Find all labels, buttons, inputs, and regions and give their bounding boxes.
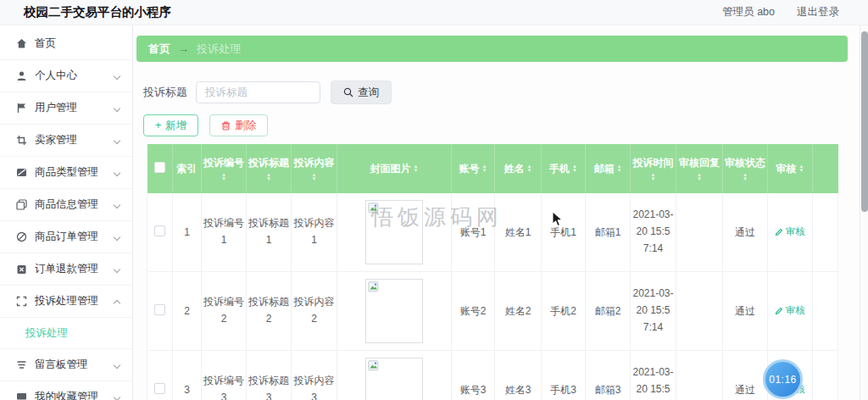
sidebar-item-label: 个人中心 — [35, 69, 114, 83]
sidebar-item-label: 用户管理 — [35, 101, 114, 115]
row-checkbox[interactable] — [154, 304, 165, 315]
sidebar-item-order-mgmt[interactable]: 商品订单管理 — [0, 221, 132, 253]
table-row: 2 投诉编号2 投诉标题2 投诉内容2 账号2 姓名2 手机2 邮箱2 2021… — [147, 272, 838, 351]
filter-lines-icon — [15, 359, 27, 371]
flag-icon — [15, 103, 27, 114]
col-audit: 审核▲▼ — [768, 144, 813, 193]
table-actions: + 新增 删除 — [143, 114, 868, 136]
sort-caret-icon[interactable]: ▲▼ — [527, 164, 532, 173]
chevron-down-icon — [114, 73, 120, 80]
cover-image-placeholder[interactable] — [365, 200, 423, 264]
sidebar-item-goods-info[interactable]: 商品信息管理 — [0, 189, 132, 221]
trash-icon — [221, 121, 231, 131]
search-bar: 投诉标题 查询 — [143, 81, 868, 104]
sidebar-item-message-board[interactable]: 留言板管理 — [0, 349, 132, 381]
broken-image-icon — [368, 281, 379, 292]
sort-caret-icon[interactable]: ▲▼ — [799, 164, 804, 173]
select-all-checkbox[interactable] — [154, 162, 165, 173]
col-spacer — [813, 144, 838, 193]
sidebar-item-label: 首页 — [35, 36, 122, 51]
sidebar-item-seller-mgmt[interactable]: 卖家管理 — [0, 125, 132, 157]
sidebar-item-goods-type[interactable]: 商品类型管理 — [0, 157, 132, 189]
sidebar-item-profile[interactable]: 个人中心 — [0, 60, 132, 92]
sort-caret-icon[interactable]: ▲▼ — [572, 164, 577, 173]
edit-pencil-icon — [775, 228, 783, 236]
sort-caret-icon[interactable]: ▲▼ — [414, 164, 419, 173]
col-complaint-no: 投诉编号▲▼ — [202, 144, 247, 193]
recording-timer-badge: 01:16 — [763, 359, 803, 399]
sidebar-subitem-complaint-handling[interactable]: 投诉处理 — [0, 318, 132, 349]
logout-link[interactable]: 退出登录 — [797, 5, 839, 19]
col-email: 邮箱▲▼ — [586, 144, 631, 193]
sidebar-item-home[interactable]: 首页 — [0, 28, 132, 60]
col-audit-status: 审核状态▲▼ — [723, 144, 768, 193]
col-cover-image: 封面图片▲▼ — [337, 144, 452, 193]
pen-circle-icon — [15, 231, 27, 243]
vertical-scrollbar[interactable] — [860, 25, 868, 400]
audit-link[interactable]: 审核 — [775, 225, 805, 238]
audit-link[interactable]: 审核 — [775, 304, 805, 317]
breadcrumb: 首页 → 投诉处理 — [136, 36, 848, 62]
plus-icon: + — [155, 119, 161, 131]
crop-icon — [15, 135, 27, 147]
sidebar-item-favorites[interactable]: 我的收藏管理 — [0, 381, 132, 400]
sort-caret-icon[interactable]: ▲▼ — [248, 173, 289, 181]
sidebar-item-label: 商品订单管理 — [35, 230, 114, 244]
user-icon — [15, 70, 27, 82]
col-account: 账号▲▼ — [452, 144, 495, 193]
sort-caret-icon[interactable]: ▲▼ — [482, 164, 487, 173]
search-input[interactable] — [196, 81, 320, 103]
row-checkbox[interactable] — [154, 383, 165, 394]
breadcrumb-arrow-icon: → — [178, 42, 189, 55]
chevron-up-icon — [114, 298, 120, 305]
sidebar-subitem-label: 投诉处理 — [25, 326, 68, 341]
box-icon — [15, 264, 27, 275]
sort-caret-icon[interactable]: ▲▼ — [678, 173, 721, 181]
sidebar-item-label: 留言板管理 — [35, 358, 114, 372]
table-row: 3 投诉编号3 投诉标题3 投诉内容3 账号3 姓名3 手机3 邮箱3 2021… — [147, 351, 838, 400]
query-button[interactable]: 查询 — [331, 81, 392, 104]
broken-image-icon — [368, 360, 379, 371]
breadcrumb-home-link[interactable]: 首页 — [148, 42, 170, 57]
cover-image-placeholder[interactable] — [365, 279, 423, 343]
chevron-down-icon — [114, 202, 120, 208]
delete-button[interactable]: 删除 — [209, 114, 268, 136]
chevron-down-icon — [114, 266, 120, 273]
sort-caret-icon[interactable]: ▲▼ — [203, 173, 244, 181]
col-complaint-time: 投诉时间▲▼ — [631, 144, 676, 193]
sidebar: 首页 个人中心 用户管理 卖家管理 商品类型管理 商品信息管理 商品订单管理 — [0, 25, 133, 400]
image-icon — [15, 167, 27, 179]
row-checkbox[interactable] — [154, 225, 165, 236]
chevron-down-icon — [114, 105, 120, 112]
col-phone: 手机▲▼ — [542, 144, 586, 193]
sidebar-item-refund-mgmt[interactable]: 订单退款管理 — [0, 253, 132, 286]
home-icon — [15, 38, 27, 50]
table-row: 1 投诉编号1 投诉标题1 投诉内容1 账号1 姓名1 手机1 邮箱1 2021… — [147, 193, 838, 272]
cover-image-placeholder[interactable] — [365, 358, 423, 400]
table-header-row: 索引 投诉编号▲▼ 投诉标题▲▼ 投诉内容▲▼ 封面图片▲▼ 账号▲▼ 姓名▲▼… — [147, 144, 838, 193]
scrollbar-thumb[interactable] — [861, 31, 868, 212]
add-button[interactable]: + 新增 — [143, 114, 198, 136]
sidebar-item-label: 订单退款管理 — [35, 262, 114, 276]
search-icon — [343, 87, 353, 97]
sidebar-item-user-mgmt[interactable]: 用户管理 — [0, 92, 132, 125]
chevron-down-icon — [114, 234, 120, 241]
sidebar-item-label: 投诉处理管理 — [35, 294, 114, 308]
col-audit-reply: 审核回复▲▼ — [676, 144, 723, 193]
col-complaint-title: 投诉标题▲▼ — [247, 144, 292, 193]
edit-pencil-icon — [775, 307, 783, 315]
chevron-down-icon — [114, 362, 120, 369]
main-content: 首页 → 投诉处理 投诉标题 查询 + 新增 删除 索 — [133, 25, 868, 400]
admin-user-label[interactable]: 管理员 abo — [722, 5, 775, 19]
chevron-down-icon — [114, 169, 120, 176]
complaint-table: 索引 投诉编号▲▼ 投诉标题▲▼ 投诉内容▲▼ 封面图片▲▼ 账号▲▼ 姓名▲▼… — [147, 144, 838, 400]
sidebar-item-complaint-mgmt[interactable]: 投诉处理管理 — [0, 286, 132, 318]
sort-caret-icon[interactable]: ▲▼ — [617, 164, 622, 173]
chevron-down-icon — [114, 394, 120, 400]
top-bar: 校园二手交易平台的小程序 管理员 abo 退出登录 — [0, 0, 868, 25]
sort-caret-icon[interactable]: ▲▼ — [725, 173, 765, 181]
sort-caret-icon[interactable]: ▲▼ — [293, 173, 335, 181]
copy-icon — [15, 199, 27, 211]
sort-caret-icon[interactable]: ▲▼ — [632, 173, 674, 181]
monitor-icon — [15, 392, 27, 400]
